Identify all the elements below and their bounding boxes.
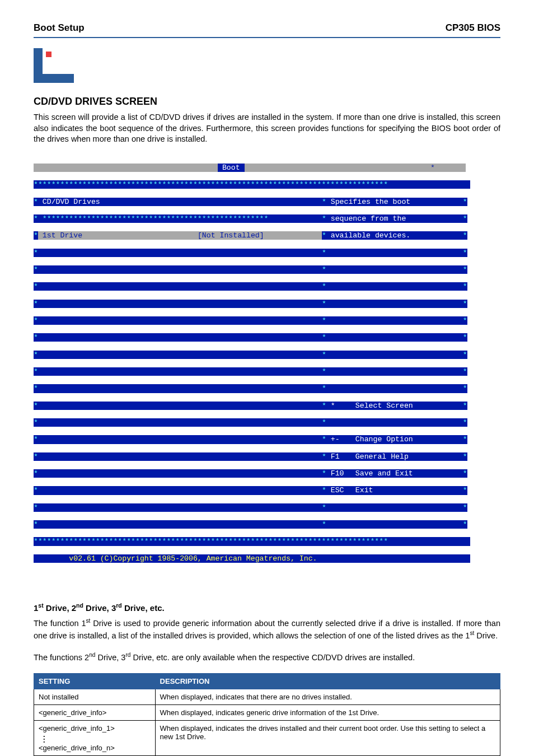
- section-intro: This screen will provide a list of CD/DV…: [34, 112, 500, 145]
- bios-nav-change: Change Option: [355, 435, 463, 444]
- bios-nav-exit: Exit: [355, 486, 463, 494]
- bios-screenshot: Boot * *********************************…: [34, 155, 470, 580]
- header-left: Boot Setup: [34, 22, 85, 34]
- table-head-setting: SETTING: [34, 674, 156, 689]
- header-divider: [34, 37, 500, 38]
- subsection-heading: 1st Drive, 2nd Drive, 3rd Drive, etc.: [34, 602, 500, 613]
- subsection-p1: The function 1st Drive is used to provid…: [34, 617, 500, 641]
- table-row: <generic_drive_info_1> ... <generic_driv…: [34, 721, 500, 756]
- bios-left-title: CD/DVD Drives: [38, 198, 322, 206]
- brand-logo: [34, 48, 500, 85]
- table-row: Not installed When displayed, indicates …: [34, 689, 500, 705]
- bios-nav-help: General Help: [355, 452, 463, 461]
- header-right: CP305 BIOS: [446, 22, 500, 34]
- bios-footer: v02.61 (C)Copyright 1985-2006, American …: [34, 554, 470, 563]
- settings-table: SETTING DESCRIPTION Not installed When d…: [34, 673, 500, 756]
- bios-nav-save: Save and Exit: [355, 469, 463, 478]
- bios-first-drive-label[interactable]: 1st Drive: [38, 231, 198, 240]
- bios-first-drive-value[interactable]: [Not Installed]: [198, 231, 322, 240]
- table-row: <generic_drive_info> When displayed, ind…: [34, 705, 500, 721]
- vdots-icon: ...: [39, 732, 151, 744]
- bios-nav-select: Select Screen: [355, 402, 463, 410]
- bios-tab: [218, 164, 222, 172]
- section-title: CD/DVD DRIVES SCREEN: [34, 96, 500, 108]
- table-head-desc: DESCRIPTION: [155, 674, 500, 689]
- subsection-p2: The functions 2nd Drive, 3rd Drive, etc.…: [34, 651, 500, 663]
